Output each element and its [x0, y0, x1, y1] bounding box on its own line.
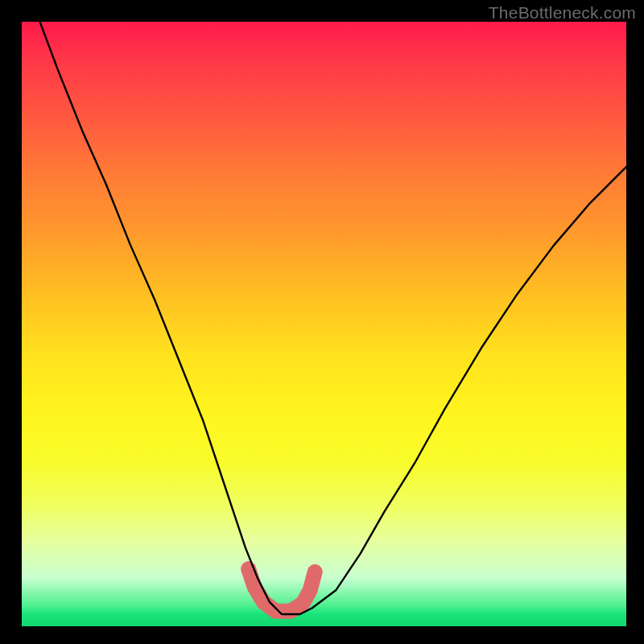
trough-marker-path [249, 569, 316, 612]
bottleneck-curve-path [40, 22, 626, 614]
plot-area [22, 22, 626, 626]
watermark-text: TheBottleneck.com [489, 3, 636, 23]
chart-frame: TheBottleneck.com [0, 0, 644, 644]
chart-svg [22, 22, 626, 626]
